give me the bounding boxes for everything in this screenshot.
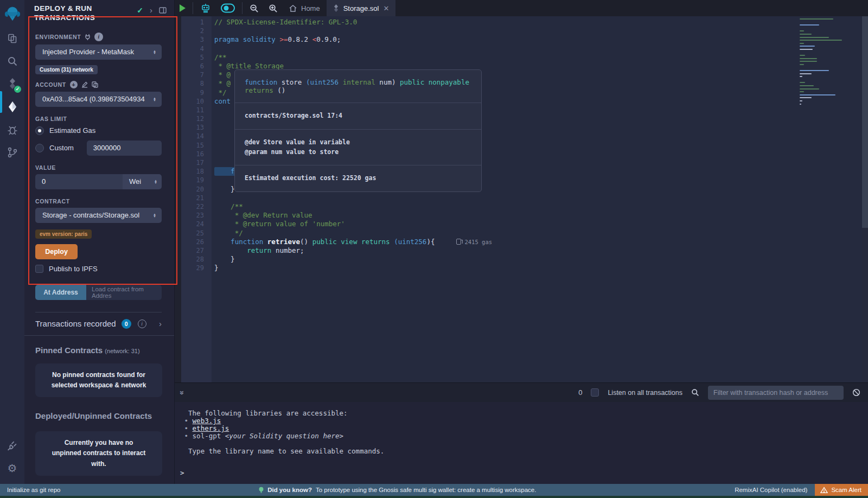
info-icon[interactable]: i [94, 33, 103, 41]
updown-icon: ▲▼ [153, 97, 156, 101]
terminal-prompt[interactable]: > [180, 469, 868, 477]
git-init-status[interactable]: Initialize as git repo [7, 487, 60, 493]
minimap-line [800, 18, 833, 20]
value-amount: 0 [42, 177, 46, 186]
minimap[interactable] [800, 18, 859, 106]
copy-icon[interactable] [92, 81, 98, 88]
solidity-file-icon [333, 4, 339, 12]
plug-icon[interactable] [85, 34, 91, 40]
add-account-icon[interactable]: + [70, 81, 78, 88]
minimap-line [800, 94, 835, 95]
terminal-search-icon[interactable] [691, 388, 699, 397]
zoom-in-icon[interactable] [264, 0, 283, 16]
edit-icon[interactable] [81, 81, 88, 88]
load-contract-input[interactable]: Load contract from Addres [86, 285, 162, 300]
ai-copilot-icon[interactable] [195, 0, 216, 16]
deploy-button[interactable]: Deploy [35, 244, 78, 259]
editor-scrollbar[interactable] [862, 16, 868, 382]
clear-terminal-icon[interactable] [852, 388, 860, 397]
contract-select[interactable]: Storage - contracts/Storage.sol ▲▼ [35, 208, 162, 223]
terminal-header: » 0 Listen on all transactions Filter wi… [175, 382, 868, 402]
deployed-empty-message: Currently you have no unpinned contracts… [35, 431, 162, 476]
debugger-icon[interactable] [0, 118, 24, 141]
code-line[interactable]: } [212, 255, 868, 264]
code-line[interactable]: // SPDX-License-Identifier: GPL-3.0 [212, 18, 868, 27]
pinned-contracts-heading: Pinned Contracts (network: 31) [24, 336, 174, 355]
copilot-toggle[interactable] [216, 0, 240, 16]
custom-gas-label: Custom [49, 144, 74, 152]
terminal-link[interactable]: ethers.js [193, 424, 229, 432]
code-line[interactable]: * @dev Return value [212, 211, 868, 220]
code-line[interactable]: */ [212, 229, 868, 238]
line-number: 14 [181, 132, 212, 141]
account-select[interactable]: 0xA03...85ac4 (0.398673504934 ▲▼ [35, 92, 162, 107]
minimap-line [800, 55, 805, 56]
code-line[interactable] [212, 44, 868, 53]
search-icon[interactable] [0, 50, 24, 73]
git-icon[interactable] [0, 141, 24, 164]
value-input[interactable]: 0 [35, 174, 123, 189]
radio-unselected-icon[interactable] [35, 144, 44, 152]
environment-select[interactable]: Injected Provider - MetaMask ▲▼ [35, 44, 162, 60]
code-editor[interactable]: 1234567891011121314151617181920212223242… [175, 16, 868, 382]
line-number: 23 [181, 211, 212, 220]
value-unit-select[interactable]: Wei ▲▼ [123, 174, 162, 189]
terminal-body[interactable]: The following libraries are accessible: … [175, 402, 868, 484]
run-script-button[interactable] [175, 0, 190, 16]
did-you-know-text: To prototype using the Gnosis safe multi… [316, 487, 537, 493]
tab-home[interactable]: Home [283, 0, 327, 16]
tab-storage-sol[interactable]: Storage.sol ✕ [327, 0, 396, 16]
code-line[interactable]: /** [212, 202, 868, 211]
code-line[interactable]: /** [212, 53, 868, 62]
solidity-compiler-icon[interactable]: ✓ [0, 73, 24, 95]
line-number: 6 [181, 62, 212, 71]
transactions-recorded-row[interactable]: Transactions recorded 0 i › [24, 312, 174, 336]
scam-alert-badge[interactable]: Scam Alert [815, 484, 868, 496]
code-line[interactable]: * @return value of 'number' [212, 220, 868, 228]
line-number: 1 [181, 18, 212, 27]
radio-selected-icon[interactable] [35, 126, 44, 135]
code-line[interactable]: return number; [212, 246, 868, 255]
at-address-button[interactable]: At Address [35, 285, 86, 300]
chevron-right-icon[interactable]: › [150, 5, 152, 15]
filter-placeholder: Filter with transaction hash or address [713, 389, 828, 397]
settings-icon[interactable]: ⚙ [0, 457, 24, 480]
deploy-and-run-icon[interactable] [0, 95, 24, 118]
custom-gas-option[interactable]: Custom 3000000 [35, 141, 162, 156]
file-explorer-icon[interactable] [0, 27, 24, 50]
collapse-terminal-icon[interactable]: » [178, 391, 187, 395]
estimated-gas-option[interactable]: Estimated Gas [35, 126, 162, 135]
gas-limit-label: GAS LIMIT [35, 116, 67, 122]
code-line[interactable] [212, 194, 868, 202]
tooltip-location: contracts/Storage.sol 17:4 [235, 103, 481, 130]
code-line[interactable]: } [212, 264, 868, 272]
listen-checkbox[interactable] [591, 388, 599, 397]
zoom-out-icon[interactable] [245, 0, 264, 16]
info-icon[interactable]: i [138, 320, 146, 328]
value-unit: Wei [129, 177, 141, 186]
code-line[interactable]: function retrieve() public view returns … [212, 238, 868, 246]
updown-icon: ▲▼ [154, 180, 157, 184]
publish-ipfs-option[interactable]: Publish to IPFS [35, 265, 162, 273]
plugin-manager-icon[interactable] [0, 434, 24, 457]
custom-gas-input[interactable]: 3000000 [87, 141, 162, 156]
terminal-link[interactable]: web3.js [193, 417, 221, 425]
filter-input[interactable]: Filter with transaction hash or address [708, 386, 844, 400]
copilot-status[interactable]: RemixAI Copilot (enabled) [735, 487, 807, 493]
terminal-line: The following libraries are accessible: [180, 410, 868, 417]
minimap-line [800, 70, 829, 71]
remix-logo-icon[interactable] [0, 0, 24, 27]
line-number: 29 [181, 264, 212, 272]
code-line[interactable]: pragma solidity >=0.8.2 <0.9.0; [212, 35, 868, 44]
load-contract-placeholder: Load contract from Addres [92, 286, 156, 299]
code-line[interactable] [212, 27, 868, 35]
scrollbar-thumb[interactable] [862, 16, 868, 228]
pin-panel-icon[interactable] [159, 7, 167, 14]
close-tab-icon[interactable]: ✕ [383, 4, 389, 12]
pinned-contracts-title: Pinned Contracts [35, 346, 103, 355]
minimap-line [800, 85, 814, 86]
publish-checkbox[interactable] [35, 265, 43, 273]
chevron-right-icon[interactable]: › [159, 319, 162, 328]
minimap-line [800, 43, 804, 44]
updown-icon: ▲▼ [153, 50, 156, 54]
